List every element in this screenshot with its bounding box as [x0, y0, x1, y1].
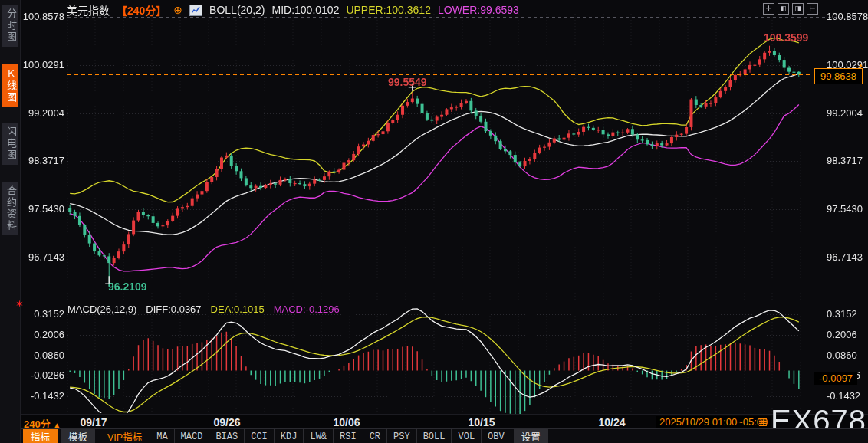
toolbar-item-macd[interactable]: MACD — [174, 429, 209, 443]
y-axis-label: 0.3152 — [827, 308, 857, 320]
y-axis-label: 100.8578 — [827, 11, 868, 22]
indicator-toolbar: 指标模板VIP指标MAMACDBIASCCIKDJLW&RSICRPSYBOLL… — [21, 428, 868, 443]
y-axis-label: 99.2004 — [827, 107, 863, 119]
toolbar-item-obv[interactable]: OBV — [481, 429, 511, 443]
toolbar-item-[interactable]: 设置 — [514, 429, 548, 443]
swing-low-annotation: 96.2109 — [108, 281, 147, 293]
toolbar-item-cci[interactable]: CCI — [244, 429, 274, 443]
sidebar-tab-1[interactable]: 分时图 — [2, 5, 18, 47]
toolbar-item-psy[interactable]: PSY — [386, 429, 416, 443]
left-sidebar: 分时图K线图闪电图合约资料 ✶ — [0, 0, 21, 443]
toolbar-item-ma[interactable]: MA — [150, 429, 173, 443]
boll-upper-value: UPPER:100.3612 — [346, 4, 431, 16]
sidebar-tab-4[interactable]: 合约资料 — [2, 182, 18, 235]
mini-chart-icon — [189, 5, 202, 16]
current-price-badge: 99.8638 — [814, 68, 863, 84]
toolbar-item-kdj[interactable]: KDJ — [274, 429, 304, 443]
x-axis-label: 09/17 — [80, 416, 107, 428]
y-axis-label: 0.2006 — [827, 329, 857, 340]
swing-high-annotation: 99.5549 — [388, 76, 427, 88]
scale-left-icon[interactable]: ◧ — [778, 3, 789, 15]
scale-right-icon[interactable]: ◨ — [792, 3, 804, 15]
y-axis-label: 98.3717 — [827, 155, 863, 166]
toolbar-item-vip[interactable]: VIP指标 — [100, 429, 150, 443]
x-axis-label: 10/24 — [598, 416, 625, 428]
period-label[interactable]: 【240分】 — [117, 2, 166, 18]
y-axis-label: 0.0860 — [827, 349, 857, 361]
macd-header: MACD(26,12,9) DIFF:0.0367 DEA:0.1015 MAC… — [67, 304, 340, 315]
y-axis-label: 97.5430 — [827, 203, 863, 215]
x-axis-strip: 240分 ▲ 09/1709/2610/0610/1510/24 2025/10… — [21, 414, 868, 430]
session-time-label: 2025/10/29 01:00~05:00 — [656, 416, 771, 428]
toolbar-item-[interactable]: 模板 — [61, 429, 95, 443]
toolbar-item-cr[interactable]: CR — [363, 429, 386, 443]
boll-lower-value: LOWER:99.6593 — [438, 4, 519, 16]
pan-right-icon[interactable]: ⊢ — [807, 3, 818, 15]
y-axis-label: 96.7143 — [827, 251, 863, 263]
add-indicator-icon[interactable]: ⊕ — [173, 4, 182, 16]
move-icon[interactable]: ✛ — [763, 3, 774, 15]
boll-label: BOLL(20,2) — [209, 4, 265, 16]
toolbar-item-vol[interactable]: VOL — [451, 429, 481, 443]
chart-header: 美元指数 【240分】 ⊕ BOLL(20,2) MID:100.0102 UP… — [67, 2, 519, 18]
toolbar-item-boll[interactable]: BOLL — [416, 429, 452, 443]
peak-high-annotation: 100.3599 — [764, 31, 808, 44]
macd-value-badge: -0.0097 — [814, 372, 857, 385]
macd-dea-value: DEA:0.1015 — [211, 304, 265, 315]
y-axis-label: -0.1432 — [827, 390, 860, 402]
x-axis-label: 09/26 — [213, 416, 240, 428]
macd-diff-value: DIFF:0.0367 — [146, 304, 201, 315]
sidebar-tab-3[interactable]: 闪电图 — [2, 123, 18, 165]
symbol-title: 美元指数 — [67, 2, 110, 18]
toolbar-item-bias[interactable]: BIAS — [209, 429, 244, 443]
macd-macd-value: MACD:-0.1296 — [274, 304, 340, 315]
chart-tools: ✛◧◨⊢ — [763, 3, 818, 15]
x-axis-label: 10/06 — [333, 416, 360, 428]
alert-dot-icon[interactable]: ✶ — [15, 298, 24, 310]
toolbar-item-lw[interactable]: LW& — [303, 429, 333, 443]
toolbar-item-[interactable]: 指标 — [23, 429, 58, 443]
main-chart-canvas[interactable] — [0, 0, 868, 443]
app-root: 分时图K线图闪电图合约资料 ✶ 美元指数 【240分】 ⊕ BOLL(20,2)… — [0, 0, 868, 443]
price-up-arrow-icon: ▲ — [857, 61, 864, 69]
sidebar-tab-2[interactable]: K线图 — [2, 64, 18, 107]
macd-label: MACD(26,12,9) — [67, 304, 136, 315]
watermark-logo-icon: ≣ — [758, 415, 768, 429]
boll-mid-value: MID:100.0102 — [271, 4, 339, 16]
toolbar-item-rsi[interactable]: RSI — [333, 429, 363, 443]
x-axis-label: 10/15 — [468, 416, 495, 428]
